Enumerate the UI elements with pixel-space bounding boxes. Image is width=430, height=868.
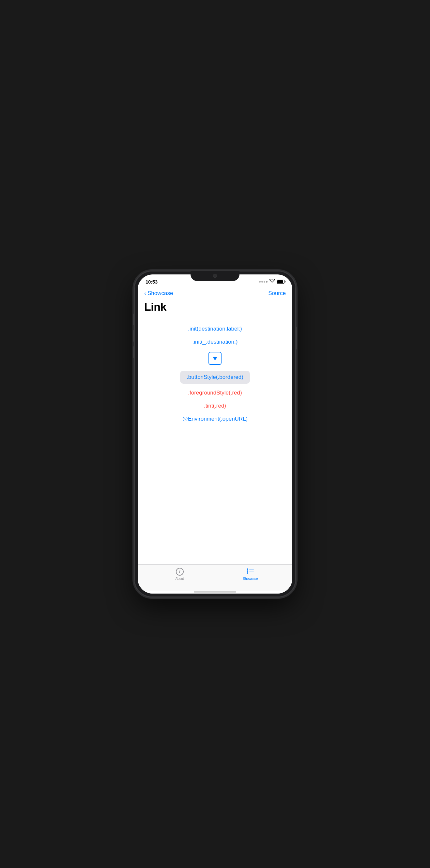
home-bar (194, 591, 236, 593)
camera (213, 274, 217, 278)
link-tint-red[interactable]: .tint(.red) (204, 403, 226, 409)
info-icon: i (176, 568, 184, 576)
battery-icon (277, 280, 284, 284)
source-button[interactable]: Source (268, 290, 286, 297)
phone-screen: 10:53 (138, 274, 292, 594)
svg-rect-3 (249, 571, 254, 571)
list-item[interactable]: .init(destination:label:) (138, 323, 292, 335)
notch (190, 271, 240, 281)
button-style-bordered[interactable]: .buttonStyle(.bordered) (180, 371, 250, 384)
link-init-dest-label[interactable]: .init(destination:label:) (188, 326, 242, 332)
svg-point-4 (247, 572, 248, 574)
list-icon (247, 568, 254, 576)
tab-about-label: About (175, 577, 184, 581)
heart-link-box[interactable]: ♥ (209, 352, 221, 365)
back-label: Showcase (148, 290, 173, 297)
tab-about[interactable]: i About (144, 568, 215, 581)
tab-showcase-label: Showcase (243, 577, 258, 581)
heart-link-container[interactable]: ♥ (202, 349, 228, 367)
svg-point-0 (247, 568, 248, 570)
content-area: .init(destination:label:) .init(_:destin… (138, 320, 292, 564)
wifi-icon (270, 279, 275, 284)
tab-bar: i About Showcase (138, 564, 292, 591)
list-item[interactable]: .tint(.red) (138, 400, 292, 412)
svg-point-2 (247, 570, 248, 572)
list-item[interactable]: .buttonStyle(.bordered) (174, 369, 256, 386)
list-item[interactable]: .foregroundStyle(.red) (138, 387, 292, 399)
chevron-left-icon: ‹ (144, 290, 146, 296)
svg-rect-5 (249, 573, 254, 574)
link-init-underscore[interactable]: .init(_:destination:) (192, 339, 238, 345)
link-environment-openurl[interactable]: @Environment(.openURL) (182, 416, 248, 422)
button-style-label: .buttonStyle(.bordered) (187, 374, 243, 380)
signal-icon (259, 281, 268, 283)
phone-frame: 10:53 (134, 271, 296, 597)
nav-bar: ‹ Showcase Source (138, 289, 292, 299)
status-time: 10:53 (146, 279, 158, 284)
status-icons (259, 279, 284, 284)
link-foreground-style[interactable]: .foregroundStyle(.red) (188, 390, 242, 396)
svg-rect-1 (249, 569, 254, 569)
home-indicator (138, 591, 292, 594)
heart-icon: ♥ (213, 355, 217, 362)
tab-showcase[interactable]: Showcase (215, 568, 286, 581)
list-item[interactable]: .init(_:destination:) (138, 336, 292, 348)
list-item[interactable]: @Environment(.openURL) (138, 413, 292, 425)
page-title: Link (138, 299, 292, 320)
back-button[interactable]: ‹ Showcase (144, 290, 173, 297)
